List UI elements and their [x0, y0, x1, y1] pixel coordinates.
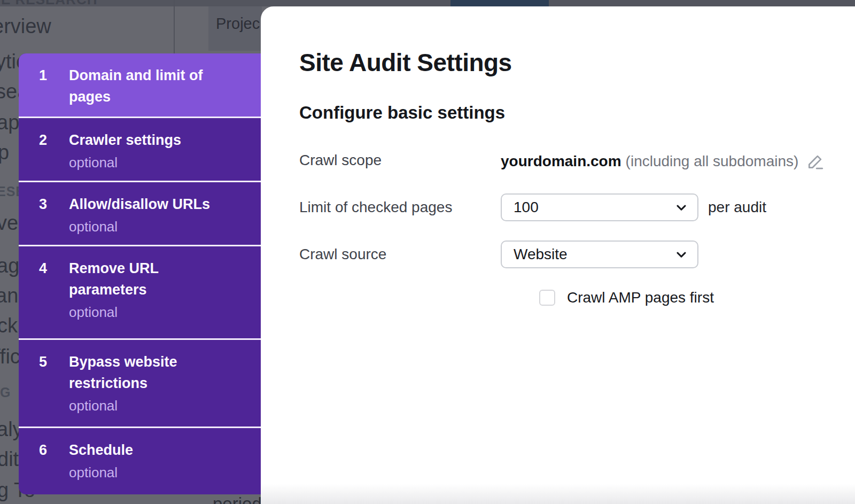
bg-nav-fragment-gap: ap	[0, 111, 19, 134]
crawl-scope-domain: yourdomain.com	[501, 152, 621, 170]
step-remove-url-parameters[interactable]: 4 Remove URL parameters optional	[19, 245, 261, 338]
step-number: 2	[39, 129, 69, 181]
step-number: 6	[39, 439, 69, 494]
bg-text-fragment-period: period	[213, 494, 262, 504]
screen: Projec E RESEARCH erview ytic sea ap p E…	[0, 0, 855, 504]
site-audit-settings-modal: Site Audit Settings Configure basic sett…	[261, 6, 855, 504]
background-top-bar	[0, 0, 855, 6]
bg-nav-fragment-tracking: ck	[0, 314, 18, 337]
crawl-amp-checkbox[interactable]	[539, 290, 555, 306]
step-title: Domain and limit of pages	[69, 65, 219, 107]
step-title: Remove URL parameters	[69, 258, 219, 300]
crawl-scope-row: Crawl scope yourdomain.com (including al…	[299, 152, 825, 171]
step-crawler-settings[interactable]: 2 Crawler settings optional	[19, 117, 261, 181]
background-sidebar-divider	[174, 0, 175, 57]
limit-of-checked-pages-row: Limit of checked pages 100 per audit	[299, 193, 766, 221]
step-bypass-website-restrictions[interactable]: 5 Bypass website restrictions optional	[19, 338, 261, 427]
step-domain-and-limit[interactable]: 1 Domain and limit of pages	[19, 53, 261, 117]
crawl-source-selected-value: Website	[514, 246, 568, 263]
wizard-steps-panel: 1 Domain and limit of pages 2 Crawler se…	[19, 53, 261, 494]
limit-of-checked-pages-select[interactable]: 100	[501, 193, 698, 221]
crawl-source-label: Crawl source	[299, 246, 501, 263]
per-audit-label: per audit	[708, 199, 766, 216]
modal-footer-fade	[261, 484, 855, 504]
step-title: Bypass website restrictions	[69, 351, 219, 394]
bg-nav-fragment-traffic: ffic	[0, 345, 20, 368]
section-title: Configure basic settings	[299, 103, 505, 123]
step-allow-disallow-urls[interactable]: 3 Allow/disallow URLs optional	[19, 181, 261, 245]
bg-nav-fragment-research-header: E RESEARCH	[1, 0, 97, 8]
crawl-amp-checkbox-label: Crawl AMP pages first	[567, 289, 714, 306]
modal-title: Site Audit Settings	[299, 48, 512, 77]
crawl-source-row: Crawl source Website	[299, 241, 698, 268]
step-optional-label: optional	[69, 397, 253, 414]
bg-nav-fragment-overview: erview	[0, 15, 51, 38]
crawl-scope-value: yourdomain.com (including all subdomains…	[501, 152, 825, 171]
step-title: Allow/disallow URLs	[69, 193, 219, 215]
bg-nav-fragment-section-header2: G	[0, 385, 10, 400]
bg-nav-fragment-audit: dit	[0, 448, 19, 471]
edit-crawl-scope-icon[interactable]	[806, 152, 825, 171]
step-number: 1	[39, 65, 69, 117]
step-number: 4	[39, 258, 69, 338]
step-optional-label: optional	[69, 304, 253, 321]
crawl-source-select[interactable]: Website	[501, 241, 698, 268]
step-optional-label: optional	[69, 464, 253, 481]
background-projects-tab-label: Projec	[216, 15, 260, 33]
limit-selected-value: 100	[514, 199, 539, 216]
crawl-scope-label: Crawl scope	[299, 152, 501, 169]
step-optional-label: optional	[69, 218, 253, 235]
step-schedule[interactable]: 6 Schedule optional	[19, 427, 261, 494]
chevron-down-icon	[674, 247, 689, 262]
background-navy-button	[450, 0, 549, 6]
step-title: Crawler settings	[69, 129, 219, 151]
step-number: 3	[39, 193, 69, 245]
step-title: Schedule	[69, 439, 219, 461]
chevron-down-icon	[674, 200, 689, 215]
step-number: 5	[39, 351, 69, 427]
bg-nav-fragment-p: p	[0, 141, 9, 164]
crawl-amp-checkbox-row[interactable]: Crawl AMP pages first	[539, 289, 714, 306]
limit-of-checked-pages-label: Limit of checked pages	[299, 199, 501, 216]
step-optional-label: optional	[69, 154, 253, 171]
crawl-scope-note: (including all subdomains)	[626, 152, 799, 170]
